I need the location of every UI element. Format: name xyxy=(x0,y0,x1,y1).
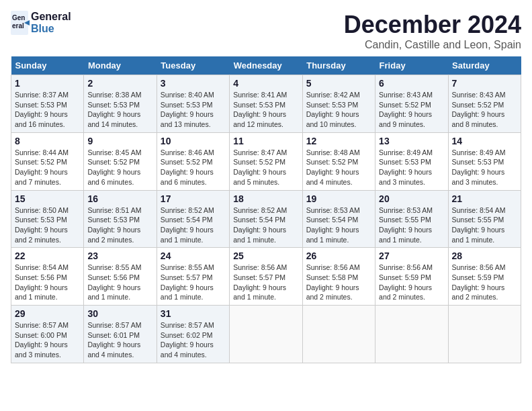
day-info: Sunrise: 8:52 AM Sunset: 5:54 PM Dayligh… xyxy=(233,205,298,245)
day-info: Sunrise: 8:41 AM Sunset: 5:53 PM Dayligh… xyxy=(233,90,298,130)
sunset-label: Sunset: 5:53 PM xyxy=(233,101,285,109)
header-day-thursday: Thursday xyxy=(302,56,375,75)
sunrise-label: Sunrise: 8:52 AM xyxy=(233,206,287,214)
daylight-label: Daylight: 9 hours and 1 minute. xyxy=(87,283,140,302)
calendar-cell: 19 Sunrise: 8:53 AM Sunset: 5:54 PM Dayl… xyxy=(302,190,375,248)
calendar-cell: 27 Sunrise: 8:56 AM Sunset: 5:59 PM Dayl… xyxy=(375,248,448,306)
calendar-cell: 30 Sunrise: 8:57 AM Sunset: 6:01 PM Dayl… xyxy=(84,306,157,363)
calendar-week-5: 29 Sunrise: 8:57 AM Sunset: 6:00 PM Dayl… xyxy=(11,306,521,363)
daylight-label: Daylight: 9 hours and 2 minutes. xyxy=(306,283,359,302)
calendar-week-1: 1 Sunrise: 8:37 AM Sunset: 5:53 PM Dayli… xyxy=(11,75,521,133)
daylight-label: Daylight: 9 hours and 3 minutes. xyxy=(379,168,432,186)
calendar-cell: 25 Sunrise: 8:56 AM Sunset: 5:57 PM Dayl… xyxy=(230,248,302,306)
sunrise-label: Sunrise: 8:57 AM xyxy=(15,321,69,329)
sunrise-label: Sunrise: 8:53 AM xyxy=(306,206,360,214)
sunrise-label: Sunrise: 8:55 AM xyxy=(161,263,214,271)
day-number: 29 xyxy=(15,308,80,319)
sunrise-label: Sunrise: 8:46 AM xyxy=(161,148,214,156)
calendar-cell: 5 Sunrise: 8:42 AM Sunset: 5:53 PM Dayli… xyxy=(302,75,375,133)
day-info: Sunrise: 8:40 AM Sunset: 5:53 PM Dayligh… xyxy=(161,90,226,130)
daylight-label: Daylight: 9 hours and 2 minutes. xyxy=(87,226,140,244)
daylight-label: Daylight: 9 hours and 16 minutes. xyxy=(15,110,68,128)
daylight-label: Daylight: 9 hours and 1 minute. xyxy=(306,226,359,244)
sunrise-label: Sunrise: 8:43 AM xyxy=(452,91,506,99)
daylight-label: Daylight: 9 hours and 12 minutes. xyxy=(233,110,286,128)
day-info: Sunrise: 8:57 AM Sunset: 6:02 PM Dayligh… xyxy=(161,320,226,360)
day-number: 13 xyxy=(379,136,444,146)
calendar-cell: 26 Sunrise: 8:56 AM Sunset: 5:58 PM Dayl… xyxy=(302,248,375,306)
day-number: 23 xyxy=(87,250,152,261)
header-day-wednesday: Wednesday xyxy=(230,56,302,75)
calendar-cell xyxy=(302,306,375,363)
logo: Gen eral General Blue xyxy=(11,11,71,35)
day-number: 17 xyxy=(161,193,226,204)
day-number: 15 xyxy=(15,193,80,204)
sunrise-label: Sunrise: 8:42 AM xyxy=(306,91,360,99)
daylight-label: Daylight: 9 hours and 2 minutes. xyxy=(379,283,432,302)
daylight-label: Daylight: 9 hours and 5 minutes. xyxy=(233,168,286,186)
sunset-label: Sunset: 5:53 PM xyxy=(161,101,213,109)
sunset-label: Sunset: 5:59 PM xyxy=(452,273,504,281)
day-number: 20 xyxy=(379,193,444,204)
sunrise-label: Sunrise: 8:43 AM xyxy=(379,91,433,99)
header-day-tuesday: Tuesday xyxy=(157,56,229,75)
logo-text: General Blue xyxy=(31,11,71,34)
calendar-cell: 11 Sunrise: 8:47 AM Sunset: 5:52 PM Dayl… xyxy=(230,132,302,190)
day-number: 31 xyxy=(161,308,226,319)
page-title: December 2024 xyxy=(344,11,521,39)
daylight-label: Daylight: 9 hours and 1 minute. xyxy=(161,226,214,244)
sunrise-label: Sunrise: 8:45 AM xyxy=(87,148,141,156)
day-number: 7 xyxy=(452,78,517,89)
calendar-cell: 12 Sunrise: 8:48 AM Sunset: 5:52 PM Dayl… xyxy=(302,132,375,190)
daylight-label: Daylight: 9 hours and 1 minute. xyxy=(379,226,432,244)
sunset-label: Sunset: 6:01 PM xyxy=(87,331,140,339)
sunset-label: Sunset: 5:55 PM xyxy=(452,216,504,224)
day-number: 4 xyxy=(233,78,298,89)
calendar-cell: 6 Sunrise: 8:43 AM Sunset: 5:52 PM Dayli… xyxy=(375,75,448,133)
calendar-cell: 1 Sunrise: 8:37 AM Sunset: 5:53 PM Dayli… xyxy=(11,75,84,133)
calendar-cell: 18 Sunrise: 8:52 AM Sunset: 5:54 PM Dayl… xyxy=(230,190,302,248)
sunset-label: Sunset: 5:52 PM xyxy=(87,158,140,166)
sunrise-label: Sunrise: 8:57 AM xyxy=(87,321,141,329)
sunset-label: Sunset: 5:57 PM xyxy=(233,273,285,281)
calendar-table: SundayMondayTuesdayWednesdayThursdayFrid… xyxy=(11,56,521,363)
daylight-label: Daylight: 9 hours and 7 minutes. xyxy=(15,168,68,186)
day-number: 21 xyxy=(452,193,517,204)
daylight-label: Daylight: 9 hours and 1 minute. xyxy=(233,283,286,302)
day-number: 2 xyxy=(87,78,152,89)
calendar-week-4: 22 Sunrise: 8:54 AM Sunset: 5:56 PM Dayl… xyxy=(11,248,521,306)
svg-text:eral: eral xyxy=(12,22,24,30)
calendar-cell: 7 Sunrise: 8:43 AM Sunset: 5:52 PM Dayli… xyxy=(448,75,521,133)
calendar-week-2: 8 Sunrise: 8:44 AM Sunset: 5:52 PM Dayli… xyxy=(11,132,521,190)
sunset-label: Sunset: 5:53 PM xyxy=(87,216,140,224)
day-info: Sunrise: 8:57 AM Sunset: 6:01 PM Dayligh… xyxy=(87,320,152,360)
daylight-label: Daylight: 9 hours and 13 minutes. xyxy=(161,110,214,128)
day-info: Sunrise: 8:56 AM Sunset: 5:59 PM Dayligh… xyxy=(452,263,517,302)
calendar-cell: 28 Sunrise: 8:56 AM Sunset: 5:59 PM Dayl… xyxy=(448,248,521,306)
sunset-label: Sunset: 5:52 PM xyxy=(233,158,285,166)
sunrise-label: Sunrise: 8:40 AM xyxy=(161,91,214,99)
header-day-monday: Monday xyxy=(84,56,157,75)
sunset-label: Sunset: 5:54 PM xyxy=(233,216,285,224)
daylight-label: Daylight: 9 hours and 3 minutes. xyxy=(452,168,505,186)
logo-icon: Gen eral xyxy=(11,11,30,35)
calendar-cell: 15 Sunrise: 8:50 AM Sunset: 5:53 PM Dayl… xyxy=(11,190,84,248)
sunset-label: Sunset: 5:53 PM xyxy=(15,101,67,109)
calendar-cell: 4 Sunrise: 8:41 AM Sunset: 5:53 PM Dayli… xyxy=(230,75,302,133)
sunset-label: Sunset: 5:59 PM xyxy=(379,273,431,281)
day-info: Sunrise: 8:43 AM Sunset: 5:52 PM Dayligh… xyxy=(452,90,517,130)
daylight-label: Daylight: 9 hours and 4 minutes. xyxy=(306,168,359,186)
day-number: 9 xyxy=(87,136,152,146)
sunrise-label: Sunrise: 8:48 AM xyxy=(306,148,360,156)
calendar-cell: 23 Sunrise: 8:55 AM Sunset: 5:56 PM Dayl… xyxy=(84,248,157,306)
sunset-label: Sunset: 5:52 PM xyxy=(15,158,67,166)
day-number: 14 xyxy=(452,136,517,146)
calendar-cell: 24 Sunrise: 8:55 AM Sunset: 5:57 PM Dayl… xyxy=(157,248,229,306)
logo-general: General xyxy=(31,11,71,23)
calendar-cell: 20 Sunrise: 8:53 AM Sunset: 5:55 PM Dayl… xyxy=(375,190,448,248)
calendar-cell: 10 Sunrise: 8:46 AM Sunset: 5:52 PM Dayl… xyxy=(157,132,229,190)
day-number: 28 xyxy=(452,250,517,261)
sunrise-label: Sunrise: 8:56 AM xyxy=(379,263,433,271)
sunrise-label: Sunrise: 8:50 AM xyxy=(15,206,69,214)
calendar-cell: 17 Sunrise: 8:52 AM Sunset: 5:54 PM Dayl… xyxy=(157,190,229,248)
